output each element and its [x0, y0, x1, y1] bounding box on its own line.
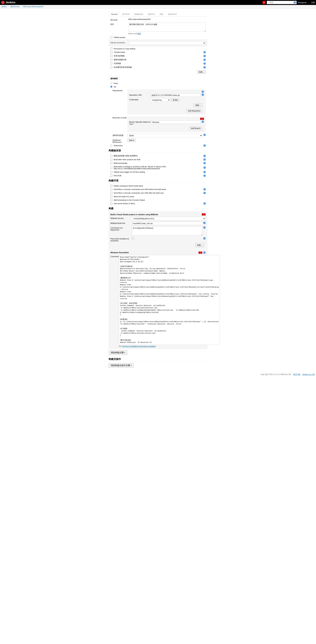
powershell-command-textarea[interactable]: $username="markor\lihongyuan"; $password… [119, 255, 220, 345]
pass-vars-label: Pass build variables as properties [110, 237, 132, 242]
help-icon[interactable]: ? [203, 237, 206, 240]
delete-powershell-button[interactable]: X [198, 252, 202, 254]
cmd-args-textarea[interactable]: /p:Configuration=Release [132, 226, 202, 236]
add-behaviour-button[interactable]: Add ▾ [128, 138, 136, 142]
breadcrumb-item[interactable]: Jenkins [1, 6, 7, 8]
trigger-remote-label: 触发远程构建 (例如,使用脚本) [114, 154, 138, 157]
breadcrumb-item[interactable]: 窗帘Develop [10, 6, 20, 8]
build-title: 构建 [108, 205, 208, 211]
help-icon[interactable]: ? [203, 226, 206, 229]
browser-select[interactable]: (自动) [128, 134, 202, 137]
env-ssh-after-checkbox[interactable] [110, 192, 112, 194]
gitlab-conn-select[interactable] [128, 41, 206, 45]
add-credentials-button[interactable]: Add [171, 98, 179, 102]
search-help-icon[interactable]: ? [294, 1, 296, 4]
notification-badge[interactable]: 2 [262, 1, 266, 4]
credentials-select[interactable]: wangzhong [150, 98, 170, 102]
help-icon[interactable]: ? [204, 171, 206, 173]
rest-api-link[interactable]: REST API [293, 374, 300, 375]
build-file-label: MSBuild Build File [110, 222, 132, 224]
delete-branch-button[interactable]: X [200, 118, 204, 120]
help-icon[interactable]: ? [204, 66, 206, 68]
help-icon[interactable]: ? [202, 94, 204, 96]
env-ssh-before-checkbox[interactable] [110, 188, 112, 190]
help-icon[interactable]: ? [204, 166, 206, 169]
help-icon[interactable]: ? [204, 174, 206, 177]
env-abort-checkbox[interactable] [110, 196, 112, 198]
help-icon[interactable]: ? [204, 51, 206, 53]
repo-url-label: Repository URL [129, 94, 150, 96]
tab-scm[interactable]: 源码管理 [120, 12, 132, 16]
env-delete-checkbox[interactable] [110, 185, 112, 187]
branch-spec-input[interactable] [150, 120, 201, 124]
search-input[interactable] [268, 1, 293, 4]
tab-post[interactable]: 构建后操作 [166, 12, 179, 16]
delete-msbuild-button[interactable]: X [202, 213, 206, 216]
env-timestamp-checkbox[interactable] [110, 199, 112, 201]
repo-url-input[interactable] [150, 94, 201, 97]
trigger-periodic-checkbox[interactable] [110, 162, 112, 164]
scm-git-radio[interactable] [110, 86, 112, 88]
trigger-remote-checkbox[interactable] [110, 155, 112, 157]
perm-copy-checkbox[interactable] [110, 48, 112, 50]
preview-link[interactable]: 预览 [137, 32, 141, 34]
help-icon[interactable]: ? [202, 120, 204, 123]
post-title: 构建后操作 [108, 356, 208, 362]
help-icon[interactable]: ? [202, 90, 204, 93]
help-icon[interactable]: ? [203, 252, 206, 254]
trigger-github-checkbox[interactable] [110, 171, 112, 173]
scm-title-tab: 源码管理 [108, 76, 120, 80]
branches-label: Branches to build [112, 116, 128, 119]
tab-general[interactable]: General [108, 12, 120, 17]
trigger-poll-checkbox[interactable] [110, 175, 112, 177]
add-branch-button[interactable]: Add Branch [189, 126, 202, 130]
see-label: See [119, 345, 122, 347]
help-icon[interactable]: ? [204, 55, 206, 57]
env-vars-link[interactable]: the list of available environment variab… [122, 345, 156, 347]
help-icon[interactable]: ? [204, 144, 206, 147]
trigger-gitlab-checkbox[interactable] [110, 166, 112, 169]
scm-svn-radio[interactable] [110, 144, 112, 147]
throttle-label: Throttle builds [114, 51, 125, 53]
powershell-step-title: Windows PowerShell [110, 252, 198, 254]
build-file-input[interactable] [132, 222, 202, 225]
help-icon[interactable]: ? [203, 222, 206, 224]
throttle-checkbox[interactable] [110, 51, 112, 53]
help-icon[interactable]: ? [204, 155, 206, 157]
tab-build[interactable]: 构建 [157, 12, 166, 16]
help-icon[interactable]: ? [204, 134, 206, 136]
add-repo-button[interactable]: Add Repository [186, 109, 202, 112]
help-icon[interactable]: ? [204, 202, 206, 204]
help-icon[interactable]: ? [204, 162, 206, 164]
jenkins-version-link[interactable]: Jenkins ver. 2.60 [302, 374, 315, 375]
help-icon[interactable]: ? [204, 62, 206, 65]
discard-checkbox[interactable] [110, 55, 112, 57]
concurrent-checkbox[interactable] [110, 66, 112, 68]
description-textarea[interactable]: 窗帘测试系统JOB，20191121创建 [128, 22, 206, 32]
github-project-checkbox[interactable] [110, 36, 112, 38]
logout-link[interactable]: 注销 [311, 1, 315, 4]
env-secret-checkbox[interactable] [110, 202, 112, 204]
close-checkbox[interactable] [110, 62, 112, 64]
help-icon[interactable]: ? [204, 158, 206, 161]
breadcrumb-item[interactable]: MKCurtainJobDevelop2019 [23, 6, 43, 8]
help-icon[interactable]: ? [204, 188, 206, 190]
scm-none-radio[interactable] [110, 82, 112, 84]
msbuild-advanced-button[interactable]: 高级... [195, 243, 204, 247]
param-checkbox[interactable] [110, 58, 112, 61]
pass-vars-checkbox[interactable] [132, 237, 134, 239]
add-build-step-button[interactable]: 增加构建步骤 [108, 350, 127, 355]
tab-triggers[interactable]: 构建触发器 [132, 12, 146, 16]
add-post-step-button[interactable]: 增加构建后操作步骤 [108, 363, 134, 368]
trigger-after-checkbox[interactable] [110, 158, 112, 161]
repo-advanced-button[interactable]: 高级... [194, 104, 202, 107]
advanced-button[interactable]: 高级... [197, 70, 206, 74]
jenkins-logo[interactable]: Jenkins [1, 1, 16, 4]
scm-git-label: Git [114, 86, 116, 88]
help-icon[interactable]: ? [204, 58, 206, 61]
trigger-after-label: Build after other projects are built [114, 158, 140, 160]
msbuild-ver-select[interactable]: VS2015MSBuildForC#6.0 [132, 217, 206, 220]
user-link[interactable]: lihongyuan [298, 2, 306, 4]
tab-env[interactable]: 构建环境 [146, 12, 157, 16]
help-icon[interactable]: ? [204, 192, 206, 194]
